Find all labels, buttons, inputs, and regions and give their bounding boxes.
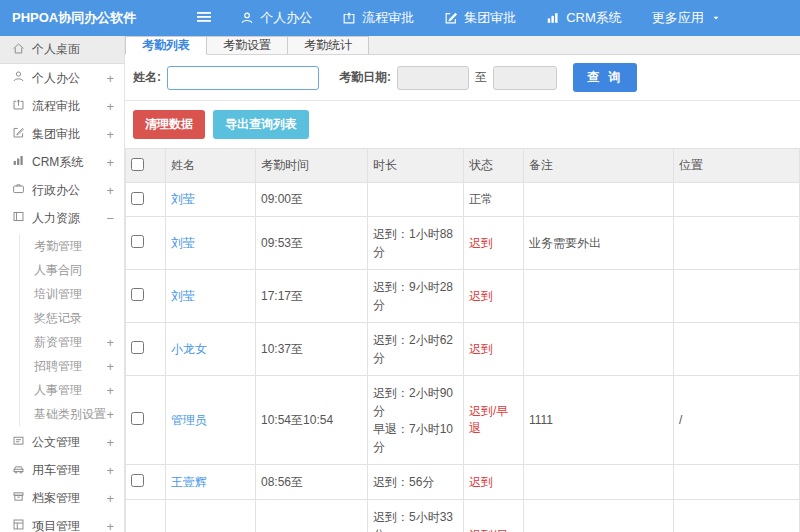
header-name: 姓名 [166,149,256,183]
workflow-icon [342,11,356,25]
note-cell: 1111 [524,376,674,465]
sidebar-subitem-recruitment[interactable]: 招聘管理 + [20,354,124,378]
employee-name-link[interactable]: 王壹辉 [171,475,207,489]
nav-item-personal-office[interactable]: 个人办公 [240,9,312,27]
header-duration: 时长 [368,149,464,183]
status-badge: 正常 [469,192,493,206]
hamburger-icon [196,10,212,27]
date-label: 考勤日期: [339,69,391,86]
sidebar-item-archives[interactable]: 档案管理 + [0,484,124,512]
home-icon [12,42,25,58]
sidebar-item-personal-office[interactable]: 个人办公 + [0,64,124,92]
attendance-table: 姓名 考勤时间 时长 状态 备注 位置 刘莹09:00至正常刘莹09:53至迟到… [125,148,800,532]
date-to-label: 至 [475,69,487,86]
location-cell [674,465,800,500]
status-badge: 迟到 [469,342,493,356]
tab-attendance-settings[interactable]: 考勤设置 [206,36,288,54]
car-icon [12,462,25,478]
search-filter-bar: 姓名: 考勤日期: 至 查 询 [125,55,800,101]
sidebar-toggle-button[interactable] [196,10,212,27]
search-button[interactable]: 查 询 [573,63,637,92]
nav-item-more-apps[interactable]: 更多应用 [652,9,722,27]
location-cell [674,323,800,376]
tab-bar: 考勤列表 考勤设置 考勤统计 [125,36,800,55]
duration-cell: 迟到：56分 [368,465,464,500]
note-cell [524,183,674,217]
location-cell: / [674,376,800,465]
row-checkbox[interactable] [131,235,144,248]
status-badge: 迟到 [469,236,493,250]
row-checkbox[interactable] [131,412,144,425]
employee-name-link[interactable]: 刘莹 [171,289,195,303]
note-cell [524,323,674,376]
sidebar-item-vehicle[interactable]: 用车管理 + [0,456,124,484]
table-row: 小龙女10:37至迟到：2小时62分迟到 [126,323,800,376]
nav-item-workflow-approval[interactable]: 流程审批 [342,9,414,27]
duration-cell: 迟到：5小时33分早退：4小时67分 [368,500,464,532]
briefcase-icon [12,182,25,198]
select-all-checkbox[interactable] [131,158,144,171]
attendance-time-cell: 10:54至10:54 [256,376,368,465]
employee-name-link[interactable]: 管理员 [171,413,207,427]
content-area: 考勤列表 考勤设置 考勤统计 姓名: 考勤日期: 至 查 询 清理数据 导出查询… [125,36,800,532]
duration-cell: 迟到：1小时88分 [368,217,464,270]
table-header-row: 姓名 考勤时间 时长 状态 备注 位置 [126,149,800,183]
sidebar-item-documents[interactable]: 公文管理 + [0,428,124,456]
status-badge: 迟到/早退 [469,404,508,435]
table-row: 王壹辉08:56至迟到：56分迟到 [126,465,800,500]
export-list-button[interactable]: 导出查询列表 [213,110,309,139]
employee-name-link[interactable]: 刘莹 [171,192,195,206]
sidebar-subitem-rewards[interactable]: 奖惩记录 [20,306,124,330]
caret-down-icon [710,13,722,23]
location-cell [674,217,800,270]
note-cell: 业务需要外出 [524,217,674,270]
clean-data-button[interactable]: 清理数据 [133,110,205,139]
sidebar-subitem-hr-contract[interactable]: 人事合同 [20,258,124,282]
table-row: 管理员10:54至10:54迟到：2小时90分早退：7小时10分迟到/早退111… [126,376,800,465]
sidebar-subitem-training[interactable]: 培训管理 [20,282,124,306]
grid-icon [12,518,25,532]
status-badge: 迟到 [469,475,493,489]
sidebar-item-crm[interactable]: CRM系统 + [0,148,124,176]
sidebar-item-projects[interactable]: 项目管理 + [0,512,124,532]
duration-cell: 迟到：9小时28分 [368,270,464,323]
sidebar-subitem-salary[interactable]: 薪资管理 + [20,330,124,354]
table-row: 刘莹09:53至迟到：1小时88分迟到业务需要外出 [126,217,800,270]
tab-attendance-list[interactable]: 考勤列表 [125,36,207,55]
location-cell [674,270,800,323]
row-checkbox[interactable] [131,474,144,487]
sidebar-item-hr[interactable]: 人力资源 − [0,204,124,232]
note-cell [524,270,674,323]
sidebar: 个人桌面 个人办公 + 流程审批 + 集团审批 + CRM系统 + 行政办公 + [0,36,125,532]
employee-name-link[interactable]: 小龙女 [171,342,207,356]
attendance-table-body: 刘莹09:00至正常刘莹09:53至迟到：1小时88分迟到业务需要外出刘莹17:… [126,183,800,532]
location-cell [674,183,800,217]
user-icon [12,70,25,86]
name-input[interactable] [167,66,319,90]
sidebar-hr-submenu: 考勤管理 人事合同 培训管理 奖惩记录 薪资管理 + 招聘管理 + [19,234,124,426]
note-cell [524,465,674,500]
sidebar-item-group-approval[interactable]: 集团审批 + [0,120,124,148]
row-checkbox[interactable] [131,341,144,354]
attendance-time-cell: 10:37至 [256,323,368,376]
nav-item-crm[interactable]: CRM系统 [546,9,622,27]
row-checkbox[interactable] [131,192,144,205]
location-cell: / [674,500,800,532]
sidebar-subitem-personnel[interactable]: 人事管理 + [20,378,124,402]
header-status: 状态 [464,149,524,183]
status-badge: 迟到 [469,289,493,303]
sidebar-item-desktop[interactable]: 个人桌面 [0,36,124,64]
table-row: 刘莹17:17至迟到：9小时28分迟到 [126,270,800,323]
employee-name-link[interactable]: 刘莹 [171,236,195,250]
tab-attendance-stats[interactable]: 考勤统计 [287,36,369,54]
date-to-input[interactable] [493,66,557,90]
sidebar-subitem-base-category[interactable]: 基础类别设置 + [20,402,124,426]
workflow-icon [12,98,25,114]
sidebar-item-workflow-approval[interactable]: 流程审批 + [0,92,124,120]
nav-item-group-approval[interactable]: 集团审批 [444,9,516,27]
row-checkbox[interactable] [131,288,144,301]
sidebar-item-admin-office[interactable]: 行政办公 + [0,176,124,204]
date-from-input[interactable] [397,66,469,90]
sidebar-subitem-attendance[interactable]: 考勤管理 [20,234,124,258]
edit-icon [12,126,25,142]
